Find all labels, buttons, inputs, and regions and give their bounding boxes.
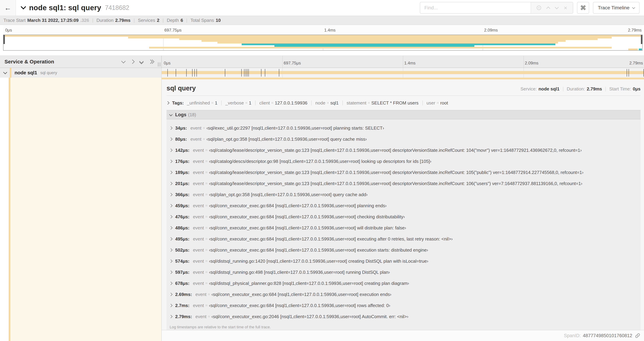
span-color-accent-top xyxy=(162,78,644,79)
equals-sign: = xyxy=(327,101,329,105)
log-field-value: ‹sql/catalog/lease/descriptor_version_st… xyxy=(209,170,584,175)
chevron-right-icon xyxy=(169,149,172,152)
log-field-key: event xyxy=(193,203,204,208)
chevron-right-icon xyxy=(169,204,172,207)
equals-sign: = xyxy=(205,203,208,208)
expand-all-icon[interactable] xyxy=(149,60,154,63)
equals-sign: = xyxy=(205,148,208,152)
log-field-key: event xyxy=(193,270,204,275)
logs-header[interactable]: Logs (18) xyxy=(166,110,640,119)
range-handle-left[interactable] xyxy=(4,35,5,44)
minimap-row xyxy=(4,42,642,44)
minimap-row xyxy=(4,40,642,42)
log-row[interactable]: 502μs:event=‹sql/conn_executor_exec.go:6… xyxy=(170,244,640,256)
summary-value: 2.79ms xyxy=(115,18,130,23)
log-marker xyxy=(265,69,265,77)
find-input[interactable] xyxy=(420,2,530,13)
log-row[interactable]: 597μs:event=‹sql/distsql_running.go:498 … xyxy=(170,267,640,278)
divider xyxy=(166,96,640,96)
log-row[interactable]: 459μs:event=‹sql/conn_executor_exec.go:6… xyxy=(170,200,640,211)
equals-sign: = xyxy=(368,101,370,105)
timeline-tick-label: 1.4ms xyxy=(324,28,336,33)
log-row[interactable]: 678μs:event=‹sql/distsql_physical_planne… xyxy=(170,278,640,289)
log-timestamp: 34μs: xyxy=(175,125,187,131)
trace-summary-bar: Trace StartMarch 31 2022, 17:25:09.326|D… xyxy=(0,16,644,25)
log-row[interactable]: 366μs:event=‹sql/plan_opt.go:358 [nsql1,… xyxy=(170,189,640,200)
chevron-right-icon xyxy=(169,171,172,174)
span-detail-header[interactable]: sql query Service:node sql1Duration:2.79… xyxy=(166,85,640,92)
back-button[interactable]: ← xyxy=(0,0,16,16)
clear-search-icon[interactable]: × xyxy=(564,5,567,11)
range-handle-right[interactable] xyxy=(641,35,642,44)
timeline-tick-label: 2.09ms xyxy=(525,61,538,66)
log-marker xyxy=(627,69,627,77)
column-resizer[interactable] xyxy=(158,62,160,67)
log-timestamp: 80μs: xyxy=(175,137,187,142)
log-field-value: ‹sql/plan_opt.go:358 [nsql1,client=127.0… xyxy=(206,137,367,142)
summary-value-suffix: .326 xyxy=(80,18,89,23)
log-row[interactable]: 34μs:event=‹sql/exec_util.go:2297 [nsql1… xyxy=(170,123,640,134)
minimap-row xyxy=(4,37,642,39)
summary-item: Trace StartMarch 31 2022, 17:25:09.326 xyxy=(4,18,89,23)
focus-match-icon[interactable] xyxy=(537,6,541,10)
timeline-tick-label: 2.79ms xyxy=(629,61,643,66)
minimap-row xyxy=(4,47,642,49)
log-field-key: event xyxy=(193,192,204,197)
minimap-span-segment xyxy=(4,35,642,37)
tags-row[interactable]: Tags: _unfinished=1_verbose=1client=127.… xyxy=(166,99,640,107)
summary-separator: | xyxy=(162,18,164,23)
view-selector-button[interactable]: Trace Timeline xyxy=(593,2,640,14)
log-row[interactable]: 574μs:event=‹sql/distsql_running.go:1420… xyxy=(170,256,640,267)
collapse-children-icon[interactable] xyxy=(3,70,7,74)
tag-separator xyxy=(342,101,343,105)
grid-line xyxy=(282,56,283,68)
log-row[interactable]: 2.69ms:event=‹sql/conn_executor_exec.go:… xyxy=(170,289,640,300)
trace-title-group[interactable]: node sql1: sql query 7418682 xyxy=(22,4,129,12)
span-color-accent-vertical xyxy=(9,78,10,341)
log-row[interactable]: 201μs:event=‹sql/catalog/lease/descripto… xyxy=(170,178,640,189)
log-row[interactable]: 486μs:event=‹sql/conn_executor_exec.go:6… xyxy=(170,222,640,233)
minimap-span-segment xyxy=(639,49,642,50)
collapse-one-icon[interactable] xyxy=(121,59,126,63)
span-name-cell[interactable]: node sql1 sql query xyxy=(0,68,162,78)
log-row[interactable]: 2.7ms:event=‹sql/conn_executor_exec.go:6… xyxy=(170,300,640,311)
log-field-value: ‹sql/catalog/descs/descriptor.go:98 [nsq… xyxy=(209,159,432,164)
log-row[interactable]: 142μs:event=‹sql/catalog/lease/descripto… xyxy=(170,145,640,156)
copy-link-icon[interactable] xyxy=(635,333,640,338)
summary-separator: | xyxy=(186,18,187,23)
log-row[interactable]: 2.79ms:event=‹sql/conn_executor_exec.go:… xyxy=(170,311,640,322)
log-marker xyxy=(225,69,225,77)
log-row[interactable]: 176μs:event=‹sql/catalog/descs/descripto… xyxy=(170,156,640,167)
prev-result-icon[interactable] xyxy=(546,7,550,11)
log-row[interactable]: 80μs:event=‹sql/plan_opt.go:358 [nsql1,c… xyxy=(170,134,640,145)
log-field-key: event xyxy=(193,214,204,220)
log-row[interactable]: 476μs:event=‹sql/conn_executor_exec.go:6… xyxy=(170,211,640,222)
timeline-tick-label: 697.75μs xyxy=(164,28,182,33)
timeline-minimap[interactable] xyxy=(3,35,642,51)
tag-value: sql1 xyxy=(330,100,338,106)
log-field-value: ‹sql/conn_executor_exec.go:684 [nsql1,cl… xyxy=(209,247,428,253)
log-field-value: ‹sql/conn_executor_exec.go:684 [nsql1,cl… xyxy=(209,303,390,308)
minimap-row xyxy=(4,39,642,40)
trace-title: node sql1: sql query xyxy=(29,4,101,12)
keyboard-shortcuts-button[interactable]: ⌘ xyxy=(577,2,589,14)
minimap-row xyxy=(4,49,642,50)
logs-title: Logs xyxy=(175,112,186,118)
span-operation-title: sql query xyxy=(166,85,196,92)
minimap-span-segment xyxy=(202,40,566,42)
span-duration-bar[interactable] xyxy=(162,71,644,74)
log-row[interactable]: 495μs:event=‹sql/conn_executor_exec.go:6… xyxy=(170,233,640,244)
header-controls: × ⌘ Trace Timeline xyxy=(420,2,644,14)
summary-item: Duration2.79ms xyxy=(96,18,130,23)
tag-value: 1 xyxy=(249,100,251,106)
log-row[interactable]: 189μs:event=‹sql/catalog/lease/descripto… xyxy=(170,167,640,178)
collapse-all-icon[interactable] xyxy=(140,60,143,64)
span-bar-cell[interactable] xyxy=(162,68,644,78)
next-result-icon[interactable] xyxy=(555,5,559,9)
expand-one-icon[interactable] xyxy=(130,60,134,64)
chevron-right-icon xyxy=(169,304,172,307)
span-row[interactable]: node sql1 sql query xyxy=(0,68,644,78)
equals-sign: = xyxy=(436,101,439,105)
log-field-key: event xyxy=(196,314,206,319)
chevron-right-icon xyxy=(169,248,172,252)
